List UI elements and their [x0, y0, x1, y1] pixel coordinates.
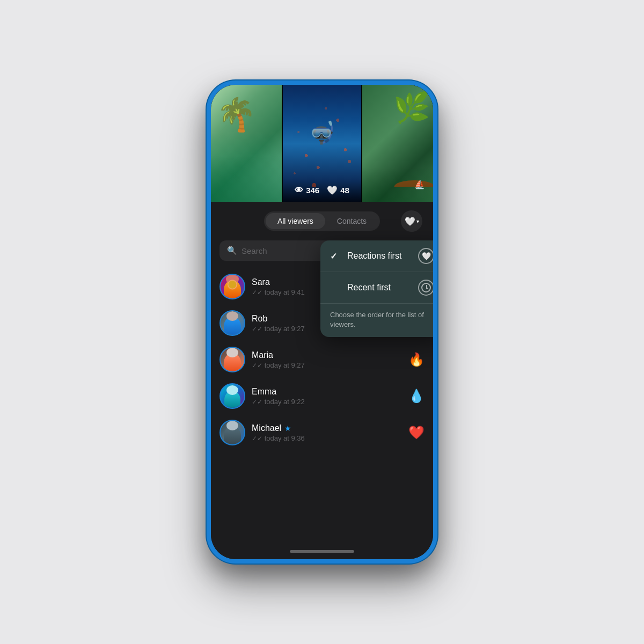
check-icon: ✓✓ — [252, 325, 262, 333]
sort-button-inner: 🤍 ▾ — [405, 216, 419, 226]
check-icon: ✓✓ — [252, 398, 262, 406]
avatar — [219, 347, 245, 372]
phone-screen: 🤿 👁 346 🤍 48 ⛵ — [211, 85, 433, 559]
image-center: 🤿 👁 346 🤍 48 — [283, 85, 361, 203]
viewer-info: Michael ★ ✓✓ today at 9:36 — [252, 423, 402, 442]
viewer-name: Emma — [252, 387, 402, 397]
images-area: 🤿 👁 346 🤍 48 ⛵ — [211, 85, 433, 203]
likes-stat: 🤍 48 — [327, 185, 349, 195]
reactions-first-option[interactable]: ✓ Reactions first 🤍 — [320, 240, 433, 272]
viewer-time: ✓✓ today at 9:22 — [252, 398, 402, 406]
checkmark-icon: ✓ — [330, 251, 341, 261]
tooltip-text: Choose the order for the list of viewers… — [330, 310, 433, 330]
views-stat: 👁 346 — [295, 186, 319, 195]
search-icon: 🔍 — [227, 246, 237, 255]
dropdown-tooltip: Choose the order for the list of viewers… — [320, 303, 433, 337]
clock-shape — [421, 283, 431, 292]
image-right: ⛵ — [362, 85, 433, 203]
avatar — [219, 274, 245, 299]
tab-contacts[interactable]: Contacts — [325, 213, 378, 229]
avatar — [219, 310, 245, 336]
tab-all-viewers[interactable]: All viewers — [266, 213, 325, 229]
viewer-name: Michael ★ — [252, 423, 402, 433]
clock-dropdown-icon — [418, 280, 433, 296]
avatar — [219, 420, 245, 445]
sort-button[interactable]: 🤍 ▾ — [401, 210, 422, 232]
premium-star-icon: ★ — [284, 424, 291, 433]
viewer-time: ✓✓ today at 9:36 — [252, 434, 402, 442]
check-icon: ✓✓ — [252, 289, 262, 296]
check-icon: ✓✓ — [252, 435, 262, 442]
reaction-emoji: 💧 — [408, 389, 425, 404]
image-stats: 👁 346 🤍 48 — [295, 185, 349, 195]
heart-dropdown-icon: 🤍 — [418, 248, 433, 264]
list-item[interactable]: Michael ★ ✓✓ today at 9:36 ❤️ — [211, 414, 433, 451]
likes-count: 48 — [340, 186, 349, 195]
views-count: 346 — [306, 186, 319, 195]
viewer-name: Maria — [252, 350, 402, 360]
viewer-info: Emma ✓✓ today at 9:22 — [252, 387, 402, 406]
recent-first-label: Recent first — [347, 283, 412, 292]
reaction-emoji: 🔥 — [408, 352, 425, 367]
reaction-emoji: ❤️ — [408, 425, 425, 440]
eye-icon: 👁 — [295, 186, 303, 195]
tab-group: All viewers Contacts — [264, 211, 380, 231]
avatar — [219, 383, 245, 409]
search-input[interactable]: Search — [241, 246, 267, 255]
chevron-down-icon: ▾ — [416, 218, 419, 224]
tabs-row: All viewers Contacts 🤍 ▾ — [211, 202, 433, 238]
check-icon: ✓✓ — [252, 362, 262, 369]
reactions-first-label: Reactions first — [347, 251, 412, 261]
list-item[interactable]: Emma ✓✓ today at 9:22 💧 — [211, 378, 433, 414]
sort-dropdown: ✓ Reactions first 🤍 Recent first Choose … — [320, 240, 433, 337]
image-left — [211, 85, 282, 203]
heart-outline-icon: 🤍 — [405, 216, 415, 226]
heart-icon: 🤍 — [327, 185, 338, 195]
viewer-time: ✓✓ today at 9:27 — [252, 361, 402, 369]
phone-frame: 🤿 👁 346 🤍 48 ⛵ — [207, 80, 437, 564]
recent-first-option[interactable]: Recent first — [320, 272, 433, 303]
list-item[interactable]: Maria ✓✓ today at 9:27 🔥 — [211, 341, 433, 378]
viewer-info: Maria ✓✓ today at 9:27 — [252, 350, 402, 369]
home-indicator — [290, 550, 354, 553]
diver-icon: 🤿 — [309, 120, 335, 145]
